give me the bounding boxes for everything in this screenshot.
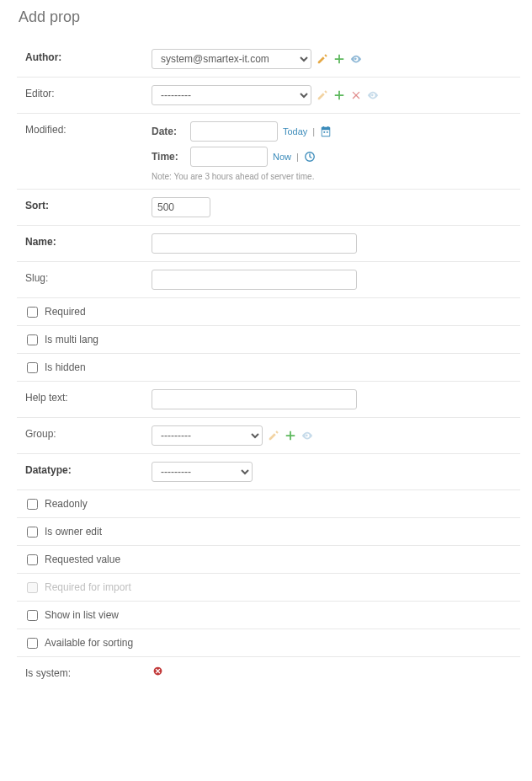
row-required-for-import: Required for import <box>17 574 520 602</box>
calendar-icon[interactable] <box>320 126 332 137</box>
label-requested-value: Requested value <box>45 554 120 565</box>
is-multi-lang-checkbox[interactable] <box>27 334 38 345</box>
eye-icon[interactable] <box>367 89 379 101</box>
label-author: Author: <box>25 49 152 63</box>
required-for-import-checkbox <box>27 582 38 593</box>
label-required: Required <box>45 306 86 318</box>
eye-icon[interactable] <box>350 53 362 65</box>
plus-icon[interactable] <box>333 53 345 65</box>
add-prop-form: Author: system@smartex-it.com Editor: --… <box>17 41 520 687</box>
row-is-multi-lang: Is multi lang <box>17 326 520 354</box>
row-is-owner-edit: Is owner edit <box>17 518 520 546</box>
row-name: Name: <box>17 226 520 262</box>
label-is-multi-lang: Is multi lang <box>45 334 98 345</box>
row-is-system: Is system: <box>17 657 520 687</box>
available-for-sorting-checkbox[interactable] <box>27 638 38 649</box>
date-input[interactable] <box>190 121 278 142</box>
plus-icon[interactable] <box>285 430 296 441</box>
row-show-in-list-view: Show in list view <box>17 602 520 629</box>
row-readonly: Readonly <box>17 490 520 518</box>
row-editor: Editor: --------- <box>17 78 520 114</box>
eye-icon[interactable] <box>301 430 313 441</box>
pencil-icon[interactable] <box>317 89 328 101</box>
label-required-for-import: Required for import <box>45 581 131 593</box>
separator: | <box>296 152 299 162</box>
label-time: Time: <box>152 151 185 163</box>
x-icon[interactable] <box>350 89 362 101</box>
label-modified: Modified: <box>25 121 152 136</box>
sort-input[interactable] <box>152 197 210 217</box>
separator: | <box>312 126 315 136</box>
row-author: Author: system@smartex-it.com <box>17 41 520 78</box>
author-select[interactable]: system@smartex-it.com <box>152 49 311 69</box>
show-in-list-view-checkbox[interactable] <box>27 610 38 621</box>
page-title: Add prop <box>19 8 520 26</box>
plus-icon[interactable] <box>333 89 345 101</box>
row-group: Group: --------- <box>17 418 520 454</box>
label-sort: Sort: <box>25 197 152 211</box>
label-is-system: Is system: <box>25 665 152 679</box>
label-datatype: Datatype: <box>25 462 152 476</box>
pencil-icon[interactable] <box>268 430 279 441</box>
row-required: Required <box>17 298 520 326</box>
row-modified: Modified: Date: Today | Time: Now | Note… <box>17 114 520 190</box>
red-cross-icon <box>152 665 163 677</box>
label-slug: Slug: <box>25 270 152 284</box>
label-group: Group: <box>25 425 152 440</box>
label-help-text: Help text: <box>25 389 152 404</box>
today-link[interactable]: Today <box>283 126 307 136</box>
label-editor: Editor: <box>25 85 152 99</box>
required-checkbox[interactable] <box>27 307 38 318</box>
pencil-icon[interactable] <box>317 53 328 65</box>
clock-icon[interactable] <box>304 151 316 163</box>
label-is-hidden: Is hidden <box>45 361 86 373</box>
row-help-text: Help text: <box>17 382 520 418</box>
time-input[interactable] <box>190 147 268 167</box>
timezone-note: Note: You are 3 hours ahead of server ti… <box>152 172 520 181</box>
group-select[interactable]: --------- <box>152 425 263 446</box>
help-text-input[interactable] <box>152 389 357 409</box>
now-link[interactable]: Now <box>273 152 291 162</box>
row-sort: Sort: <box>17 190 520 226</box>
requested-value-checkbox[interactable] <box>27 554 38 565</box>
label-date: Date: <box>152 126 185 137</box>
row-requested-value: Requested value <box>17 546 520 574</box>
name-input[interactable] <box>152 233 357 254</box>
label-available-for-sorting: Available for sorting <box>45 637 133 649</box>
is-hidden-checkbox[interactable] <box>27 362 38 373</box>
is-owner-edit-checkbox[interactable] <box>27 527 38 538</box>
readonly-checkbox[interactable] <box>27 499 38 510</box>
row-slug: Slug: <box>17 262 520 298</box>
label-readonly: Readonly <box>45 498 88 510</box>
datatype-select[interactable]: --------- <box>152 462 253 482</box>
row-available-for-sorting: Available for sorting <box>17 629 520 657</box>
row-datatype: Datatype: --------- <box>17 454 520 490</box>
label-is-owner-edit: Is owner edit <box>45 526 102 538</box>
editor-select[interactable]: --------- <box>152 85 311 105</box>
row-is-hidden: Is hidden <box>17 354 520 382</box>
label-show-in-list-view: Show in list view <box>45 609 119 621</box>
slug-input[interactable] <box>152 270 357 290</box>
label-name: Name: <box>25 233 152 248</box>
